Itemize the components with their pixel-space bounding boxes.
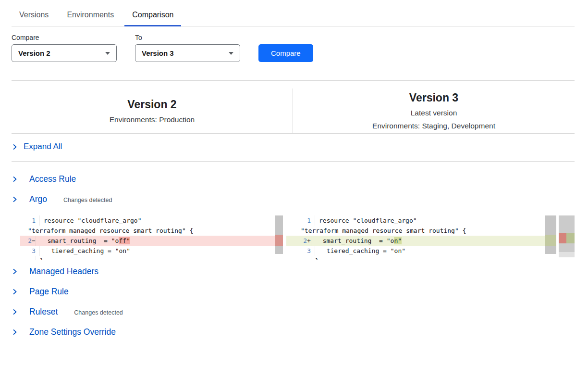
minimap-removed-marker bbox=[559, 233, 566, 243]
diff-pane-left[interactable]: 1resource "cloudflare_argo""terraform_ma… bbox=[20, 215, 283, 260]
chevron-right-icon bbox=[12, 196, 18, 202]
diff-line: 1resource "cloudflare_argo" bbox=[286, 215, 556, 226]
version-left-title: Version 2 bbox=[127, 98, 176, 111]
compare-to-value: Version 3 bbox=[142, 49, 174, 57]
diff-line-number: 2 bbox=[286, 236, 307, 246]
diff-code-text: "terraform_managed_resource_smart_routin… bbox=[286, 226, 466, 236]
minimap-added-marker bbox=[566, 233, 575, 243]
diff-code-text: tiered_caching = "on" bbox=[315, 246, 405, 256]
diff-line: 2− smart_routing = "off" bbox=[20, 236, 283, 246]
diff-code-text: resource "cloudflare_argo" bbox=[40, 215, 142, 226]
tab-bar: Versions Environments Comparison bbox=[12, 0, 575, 26]
chevron-right-icon bbox=[12, 329, 18, 335]
tab-versions[interactable]: Versions bbox=[12, 7, 56, 26]
scrollbar-removed-marker bbox=[275, 235, 283, 246]
diff-line: 3 tiered_caching = "on" bbox=[286, 246, 556, 256]
diff-line-number: 3 bbox=[290, 246, 311, 256]
diff-sign bbox=[311, 246, 315, 256]
diff-line: "terraform_managed_resource_smart_routin… bbox=[286, 226, 556, 236]
expand-all-row: Expand All bbox=[12, 134, 575, 161]
changes-badge: Changes detected bbox=[63, 197, 112, 203]
diff-sign bbox=[36, 246, 40, 256]
compare-button[interactable]: Compare bbox=[258, 44, 313, 62]
chevron-right-icon bbox=[12, 176, 18, 182]
resource-sections: Access Rule Argo Changes detected 1resou… bbox=[12, 162, 575, 342]
minimap-tail bbox=[559, 252, 575, 257]
compare-form: Compare Version 2 To Version 3 Compare bbox=[12, 34, 575, 62]
diff-sign bbox=[311, 215, 315, 226]
comparison-page: Versions Environments Comparison Compare… bbox=[0, 0, 588, 342]
version-right-environments: Environments: Staging, Development bbox=[372, 122, 495, 130]
diff-code-text: } bbox=[311, 256, 319, 260]
diff-sign: − bbox=[32, 236, 36, 246]
diff-line: } bbox=[286, 256, 556, 260]
argo-diff-viewer: 1resource "cloudflare_argo""terraform_ma… bbox=[20, 215, 575, 260]
expand-all-button[interactable]: Expand All bbox=[12, 142, 62, 152]
diff-sign: + bbox=[307, 236, 311, 246]
diff-line-number: 1 bbox=[290, 215, 311, 226]
version-right-title: Version 3 bbox=[409, 91, 458, 104]
diff-line-number bbox=[286, 256, 307, 260]
version-left-environments: Environments: Production bbox=[110, 115, 195, 124]
compare-to-select[interactable]: Version 3 bbox=[135, 44, 240, 62]
version-headers: Version 2 Environments: Production Versi… bbox=[12, 81, 575, 133]
section-managed-headers[interactable]: Managed Headers bbox=[12, 262, 575, 282]
changes-badge: Changes detected bbox=[74, 309, 122, 316]
diff-line-number: 3 bbox=[24, 246, 36, 256]
scrollbar-left[interactable] bbox=[275, 215, 283, 254]
caret-down-icon bbox=[105, 52, 110, 55]
compare-from-field: Compare Version 2 bbox=[12, 34, 117, 62]
tab-comparison[interactable]: Comparison bbox=[124, 7, 181, 26]
section-ruleset[interactable]: Ruleset Changes detected bbox=[12, 302, 575, 322]
diff-line-number: 1 bbox=[24, 215, 36, 226]
diff-sign bbox=[36, 215, 40, 226]
scrollbar-right[interactable] bbox=[545, 215, 556, 254]
compare-from-select[interactable]: Version 2 bbox=[12, 44, 117, 62]
caret-down-icon bbox=[229, 52, 233, 55]
diff-code-text: resource "cloudflare_argo" bbox=[315, 215, 417, 226]
diff-line: "terraform_managed_resource_smart_routin… bbox=[20, 226, 283, 236]
diff-code-text: } bbox=[36, 256, 44, 260]
chevron-right-icon bbox=[12, 268, 18, 275]
diff-sign bbox=[307, 256, 311, 260]
section-argo[interactable]: Argo Changes detected bbox=[12, 190, 575, 210]
version-right-subtitle: Latest version bbox=[411, 109, 457, 117]
tab-environments[interactable]: Environments bbox=[59, 7, 122, 26]
chevron-right-icon bbox=[12, 309, 18, 315]
diff-code-text: "terraform_managed_resource_smart_routin… bbox=[20, 226, 193, 236]
diff-sign bbox=[32, 256, 36, 260]
scrollbar-added-marker bbox=[545, 235, 556, 246]
compare-from-label: Compare bbox=[12, 34, 117, 41]
diff-line: } bbox=[20, 256, 283, 260]
diff-code-text: smart_routing = "off" bbox=[36, 236, 130, 246]
compare-to-field: To Version 3 bbox=[135, 34, 240, 62]
diff-pane-right[interactable]: 1resource "cloudflare_argo""terraform_ma… bbox=[286, 215, 556, 260]
diff-code-text: tiered_caching = "on" bbox=[40, 246, 130, 256]
chevron-right-icon bbox=[12, 289, 18, 295]
diff-minimap[interactable] bbox=[559, 215, 575, 260]
diff-line-number bbox=[20, 256, 32, 260]
section-access-rule[interactable]: Access Rule bbox=[12, 169, 575, 190]
chevron-right-icon bbox=[12, 144, 18, 150]
section-zone-settings-override[interactable]: Zone Settings Override bbox=[12, 322, 575, 342]
compare-from-value: Version 2 bbox=[18, 49, 50, 57]
diff-line: 1resource "cloudflare_argo" bbox=[20, 215, 283, 226]
compare-to-label: To bbox=[135, 34, 240, 41]
diff-code-text: smart_routing = "on" bbox=[311, 236, 402, 246]
diff-line: 2+ smart_routing = "on" bbox=[286, 236, 556, 246]
version-header-left: Version 2 Environments: Production bbox=[12, 88, 293, 133]
diff-line-number: 2 bbox=[20, 236, 32, 246]
version-header-right: Version 3 Latest version Environments: S… bbox=[293, 88, 575, 133]
section-page-rule[interactable]: Page Rule bbox=[12, 282, 575, 302]
diff-line: 3 tiered_caching = "on" bbox=[20, 246, 283, 256]
